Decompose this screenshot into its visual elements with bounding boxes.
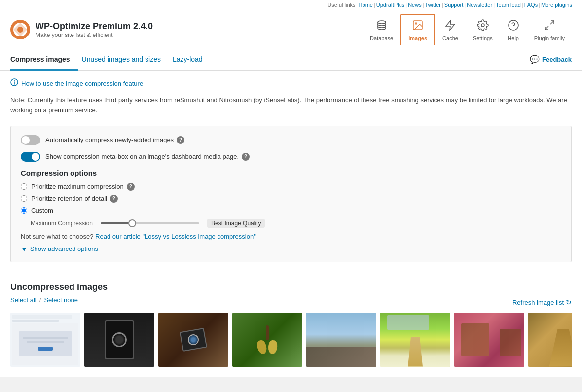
- link-updraftplus[interactable]: UpdraftPlus: [376, 2, 404, 8]
- link-support[interactable]: Support: [444, 2, 464, 8]
- not-sure-text: Not sure what to choose? Read our articl…: [21, 233, 561, 240]
- auto-compress-track[interactable]: [21, 135, 40, 145]
- plugin-name: WP-Optimize Premium 2.4.0: [36, 21, 153, 32]
- select-none-link[interactable]: Select none: [44, 296, 78, 304]
- feedback-button[interactable]: 💬 Feedback: [530, 55, 572, 64]
- nav-settings[interactable]: Settings: [466, 15, 500, 45]
- link-twitter[interactable]: Twitter: [425, 2, 441, 8]
- auto-compress-row: Automatically compress newly-added image…: [21, 135, 561, 145]
- refresh-icon: ↻: [566, 298, 572, 306]
- compression-slider[interactable]: [101, 222, 199, 224]
- uncompressed-title: Uncompressed images: [10, 282, 572, 292]
- link-news[interactable]: News: [408, 2, 422, 8]
- image-thumb[interactable]: [10, 313, 80, 367]
- tab-compress-images[interactable]: Compress images: [10, 49, 78, 71]
- auto-compress-thumb: [22, 136, 30, 144]
- cache-icon: [444, 19, 456, 34]
- feedback-icon: 💬: [530, 55, 540, 64]
- slider-left-label: Maximum Compression: [31, 220, 93, 227]
- image-thumb[interactable]: [380, 313, 450, 367]
- show-meta-box-track[interactable]: [21, 152, 40, 162]
- main-content: How to use the image compression feature…: [0, 71, 582, 282]
- link-teamlead[interactable]: Team lead: [496, 2, 521, 8]
- show-meta-box-thumb: [32, 153, 39, 161]
- useful-links-bar: Useful links Home| UpdraftPlus| News| Tw…: [10, 0, 572, 10]
- help-icon: [508, 19, 519, 34]
- image-thumb[interactable]: [454, 313, 524, 367]
- show-advanced-options[interactable]: ▼ Show advanced options: [21, 245, 561, 253]
- nav-help[interactable]: Help: [500, 15, 527, 45]
- radio-custom-label: Custom: [31, 207, 53, 214]
- show-meta-box-help-icon[interactable]: ?: [242, 153, 250, 161]
- svg-line-9: [550, 21, 554, 24]
- tab-lazy-load[interactable]: Lazy-load: [173, 49, 211, 71]
- radio-custom[interactable]: Custom: [21, 207, 561, 214]
- nav-plugin-family-label: Plugin family: [534, 36, 565, 41]
- nav-images[interactable]: Images: [400, 14, 435, 45]
- nav-database-label: Database: [370, 36, 393, 41]
- images-grid: [10, 313, 572, 367]
- logo-area: WP-Optimize Premium 2.4.0 Make your site…: [10, 19, 153, 40]
- images-icon: [412, 19, 424, 34]
- tabs-bar: Compress images Unused images and sizes …: [0, 49, 582, 71]
- uncompressed-section: Uncompressed images Select all / Select …: [0, 282, 582, 377]
- nav-help-label: Help: [508, 36, 519, 41]
- logo-text: WP-Optimize Premium 2.4.0 Make your site…: [36, 21, 153, 38]
- select-all-link[interactable]: Select all: [10, 296, 36, 304]
- nav-settings-label: Settings: [473, 36, 493, 41]
- compression-options-title: Compression options: [21, 169, 561, 177]
- nav-cache[interactable]: Cache: [435, 15, 466, 45]
- show-meta-box-label: Show compression meta-box on an image's …: [45, 153, 239, 160]
- nav-database[interactable]: Database: [363, 15, 400, 45]
- show-meta-box-row: Show compression meta-box on an image's …: [21, 152, 561, 162]
- show-meta-box-toggle[interactable]: [21, 152, 40, 162]
- note-text: Note: Currently this feature uses third …: [10, 95, 572, 116]
- svg-point-3: [378, 21, 386, 24]
- images-top-row: Select all / Select none Refresh image l…: [10, 296, 572, 309]
- plugin-header: WP-Optimize Premium 2.4.0 Make your site…: [10, 10, 572, 49]
- slider-fill: [101, 222, 130, 224]
- image-thumb[interactable]: [84, 313, 154, 367]
- link-more-plugins[interactable]: More plugins: [541, 2, 572, 8]
- settings-box: Automatically compress newly-added image…: [10, 126, 572, 262]
- max-compression-help-icon[interactable]: ?: [127, 183, 135, 191]
- select-links: Select all / Select none: [10, 296, 78, 304]
- link-faqs[interactable]: FAQs: [524, 2, 538, 8]
- image-thumb[interactable]: [158, 313, 228, 367]
- link-home[interactable]: Home: [359, 2, 373, 8]
- info-link[interactable]: How to use the image compression feature: [10, 78, 572, 88]
- radio-retention-input[interactable]: [21, 195, 27, 202]
- nav-icons: Database Images Cache Settings: [363, 14, 572, 45]
- auto-compress-toggle[interactable]: [21, 135, 40, 145]
- content-area: Compress images Unused images and sizes …: [0, 49, 582, 377]
- auto-compress-help-icon[interactable]: ?: [177, 136, 184, 144]
- image-thumb[interactable]: [306, 313, 376, 367]
- logo-icon: [10, 19, 31, 40]
- image-thumb[interactable]: [232, 313, 302, 367]
- radio-max-compression[interactable]: Prioritize maximum compression ?: [21, 183, 561, 191]
- refresh-image-list-link[interactable]: Refresh image list ↻: [512, 298, 572, 306]
- retention-help-icon[interactable]: ?: [110, 195, 118, 203]
- radio-custom-input[interactable]: [21, 207, 27, 214]
- radio-retention[interactable]: Prioritize retention of detail ?: [21, 195, 561, 203]
- radio-max-compression-input[interactable]: [21, 183, 27, 190]
- slider-thumb[interactable]: [128, 219, 136, 227]
- compression-slider-row: Maximum Compression Best Image Quality: [31, 219, 561, 228]
- slider-right-label: Best Image Quality: [207, 219, 265, 228]
- database-icon: [376, 19, 388, 34]
- svg-point-2: [17, 27, 23, 33]
- link-newsletter[interactable]: Newsletter: [467, 2, 492, 8]
- plugin-family-icon: [544, 19, 555, 34]
- svg-point-5: [415, 23, 417, 24]
- svg-point-12: [14, 80, 15, 81]
- svg-point-7: [509, 20, 518, 30]
- lossy-vs-lossless-link[interactable]: Read our article "Lossy vs Lossless imag…: [95, 233, 256, 240]
- auto-compress-label: Automatically compress newly-added image…: [45, 136, 174, 143]
- radio-retention-label: Prioritize retention of detail: [31, 195, 107, 202]
- nav-plugin-family[interactable]: Plugin family: [527, 15, 572, 45]
- svg-point-6: [481, 24, 484, 27]
- image-thumb[interactable]: [528, 313, 572, 367]
- nav-images-label: Images: [408, 36, 427, 41]
- tab-unused-images[interactable]: Unused images and sizes: [82, 49, 169, 71]
- useful-links-label: Useful links: [327, 2, 355, 8]
